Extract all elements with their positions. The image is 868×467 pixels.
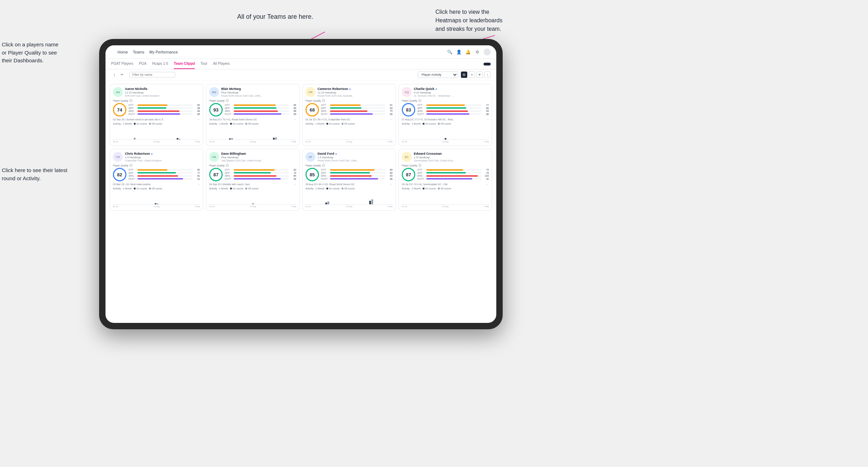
info-icon[interactable]: i <box>322 164 325 167</box>
player-card-header: EC Edward Crossman 1-5 Handicap Sunningd… <box>402 152 489 162</box>
tab-tour[interactable]: Tour <box>200 59 207 69</box>
player-name[interactable]: Edward Crossman <box>414 152 489 155</box>
player-name[interactable]: Dave Billingham <box>221 152 296 155</box>
latest-round[interactable]: 18 Jul 23 | 74 (+4), Sunningdale GC - Ol… <box>402 183 489 186</box>
list-view-icon[interactable]: ≡ <box>469 72 475 78</box>
stat-value-putt: 92 <box>482 178 489 180</box>
activity-label-text: Activity · 1 Month <box>305 187 324 190</box>
off-course-legend: Off course <box>342 187 355 190</box>
avatar-icon[interactable] <box>484 49 491 56</box>
sort-icon[interactable]: ↕ <box>484 72 491 78</box>
nav-teams[interactable]: Teams <box>133 50 144 54</box>
player-name[interactable]: Cameron Robertson ● <box>318 87 393 91</box>
search-icon[interactable]: 🔍 <box>447 49 452 55</box>
stat-label-arg: ARG <box>321 110 329 112</box>
quality-circle[interactable]: 68 <box>305 103 319 116</box>
player-name[interactable]: David Ford ● <box>318 152 393 155</box>
quality-circle[interactable]: 83 <box>402 103 415 116</box>
filter-icon[interactable]: ▼ <box>476 72 483 78</box>
player-club: St. George's Hill GC - Weybridge - Surre… <box>414 95 456 97</box>
latest-round[interactable]: 03 Mar 23 | 19, Must make putting → <box>113 183 200 186</box>
player-card[interactable]: CR Chris Robertson ● 1-5 Handicap Craigm… <box>110 149 203 211</box>
off-course-label: Off course <box>440 123 451 125</box>
stat-label-ott: OTT <box>225 169 233 171</box>
players-grid: AN Aaron Nicholls 11-15 Handicap Drift G… <box>105 80 496 323</box>
quality-circle[interactable]: 87 <box>402 168 415 181</box>
activity-label-text: Activity · 1 Month <box>113 187 132 190</box>
info-icon[interactable]: i <box>130 99 132 102</box>
settings-icon[interactable]: ⚙ <box>474 49 480 55</box>
player-card[interactable]: AN Aaron Nicholls 11-15 Handicap Drift G… <box>110 84 203 146</box>
on-course-legend: On course <box>134 187 147 190</box>
stat-label-arg: ARG <box>417 110 425 112</box>
latest-round[interactable]: 04 Sep 23 | Mobility with coach, Gym → <box>209 183 296 186</box>
player-card[interactable]: CQ Charlie Quick ● 6-10 Handicap St. Geo… <box>399 84 492 146</box>
off-course-label: Off course <box>344 187 355 190</box>
latest-round[interactable]: 07 Aug 23 | 77 (+7), St George's Hill GC… <box>402 118 489 121</box>
stat-bar-ott <box>137 169 193 171</box>
edit-icon[interactable]: ✏ <box>121 73 124 76</box>
quality-circle[interactable]: 82 <box>113 168 126 181</box>
quality-circle[interactable]: 93 <box>209 103 223 116</box>
player-card[interactable]: BM Blair McHarg Plus Handicap Royal Nort… <box>206 84 299 146</box>
add-team-button[interactable] <box>484 63 491 66</box>
info-icon[interactable]: i <box>322 99 325 102</box>
player-name[interactable]: Chris Robertson ● <box>125 152 200 155</box>
latest-round[interactable]: 02 Jul 23 | 59 (+17), Craigmillar Park G… <box>305 118 393 121</box>
nav-left: Home Teams My Performance <box>111 50 178 54</box>
on-course-label: On course <box>233 123 243 125</box>
show-select[interactable]: Player Activity Quality Score Trend <box>418 72 458 78</box>
tab-all-players[interactable]: All Players <box>213 59 230 69</box>
activity-section: Activity · 1 Month On course Off course <box>209 187 296 207</box>
date-end: 4 Sep <box>388 141 393 143</box>
off-course-dot <box>342 123 343 125</box>
latest-round[interactable]: 26 Aug 23 | 73 (+1), Royal North Devon G… <box>209 118 296 121</box>
player-card[interactable]: CR Cameron Robertson ● 11-15 Handicap Ro… <box>302 84 396 146</box>
quality-circle[interactable]: 85 <box>305 168 319 181</box>
person-icon[interactable]: 👤 <box>456 49 462 55</box>
stat-row-arg: ARG 83 <box>321 175 393 177</box>
activity-label-text: Activity · 1 Month <box>113 123 132 125</box>
tab-hcaps[interactable]: Hcaps 1-5 <box>152 59 169 69</box>
player-card[interactable]: EC Edward Crossman 1-5 Handicap Sunningd… <box>399 149 492 211</box>
tab-pgat-players[interactable]: PGAT Players <box>111 59 133 69</box>
grid-view-icon[interactable]: ⊞ <box>461 72 467 78</box>
stat-row-arg: ARG 81 <box>129 175 200 177</box>
stat-row-putt: PUTT 91 <box>129 178 200 180</box>
stat-row-ott: OTT 82 <box>225 169 296 171</box>
latest-round[interactable]: 02 Sep 23 | Sunset round to get back int… <box>113 118 200 121</box>
player-info: Dave Billingham Plus Handicap Sag Maging… <box>221 152 296 162</box>
verified-icon: ● <box>349 87 351 91</box>
search-input[interactable] <box>129 72 175 78</box>
player-card-header: CR Chris Robertson ● 1-5 Handicap Craigm… <box>113 152 200 162</box>
bell-icon[interactable]: 🔔 <box>465 49 471 55</box>
quality-stats: OTT 77 APP 80 <box>417 104 489 116</box>
player-name[interactable]: Charlie Quick ● <box>414 87 489 91</box>
stat-bar-app <box>330 107 385 109</box>
player-card[interactable]: DB Dave Billingham Plus Handicap Sag Mag… <box>206 149 299 211</box>
info-icon[interactable]: i <box>418 164 421 167</box>
stat-label-app: APP <box>321 107 329 109</box>
tab-team-clippd[interactable]: Team Clippd <box>174 59 195 69</box>
off-course-label: Off course <box>152 187 162 190</box>
player-name[interactable]: Aaron Nicholls <box>125 87 200 91</box>
player-name[interactable]: Blair McHarg <box>221 87 296 91</box>
quality-circle[interactable]: 87 <box>209 168 223 181</box>
info-icon[interactable]: i <box>226 99 229 102</box>
on-course-dot <box>230 123 232 125</box>
player-card[interactable]: DF David Ford ● 1-5 Handicap Royal North… <box>302 149 396 211</box>
quality-circle[interactable]: 74 <box>113 103 126 116</box>
chart-bars <box>113 190 200 204</box>
stat-row-app: APP 58 <box>129 107 200 109</box>
info-icon[interactable]: i <box>226 164 229 167</box>
stat-value-arg: 88 <box>290 110 296 112</box>
nav-home[interactable]: Home <box>118 50 128 54</box>
stat-row-app: APP 77 <box>129 172 200 174</box>
nav-performance[interactable]: My Performance <box>149 50 178 54</box>
tab-pga[interactable]: PGA <box>139 59 146 69</box>
info-icon[interactable]: i <box>418 99 421 102</box>
annotation-top-right: Click here to view theHeatmaps or leader… <box>435 8 502 33</box>
separator: | <box>114 73 115 76</box>
info-icon[interactable]: i <box>130 164 132 167</box>
latest-round[interactable]: 26 Aug 23 | 84 (+12), Royal North Devon … <box>305 183 393 186</box>
